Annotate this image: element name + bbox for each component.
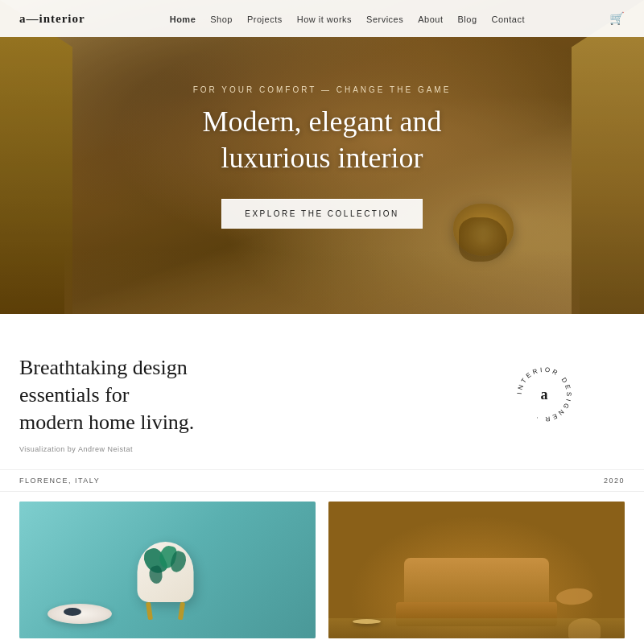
navigation: a—interior Home Shop Projects How it wor… (0, 0, 644, 37)
nav-item-about[interactable]: About (418, 11, 443, 26)
chair-illustration (19, 502, 316, 638)
meta-row: FLORENCE, ITALY 2020 (0, 470, 644, 492)
brand-logo[interactable]: a—interior (19, 12, 85, 26)
meta-location: FLORENCE, ITALY (19, 477, 100, 485)
hero-subtitle: FOR YOUR COMFORT — CHANGE THE GAME (169, 85, 475, 94)
nav-links: Home Shop Projects How it works Services… (170, 11, 525, 26)
nav-item-shop[interactable]: Shop (210, 11, 233, 26)
meta-year: 2020 (604, 477, 625, 485)
nav-item-contact[interactable]: Contact (492, 11, 525, 26)
nav-item-blog[interactable]: Blog (458, 11, 477, 26)
gallery-item-chair[interactable] (19, 502, 316, 638)
about-caption: Visualization by Andrew Neistat (19, 445, 196, 453)
nav-item-howitworks[interactable]: How it works (297, 11, 352, 26)
chair-seat (138, 542, 194, 602)
about-section: Breathtaking design essentials for moder… (0, 314, 644, 470)
gallery-section (0, 502, 644, 638)
nav-item-projects[interactable]: Projects (247, 11, 283, 26)
gallery-item-sofa[interactable] (328, 502, 625, 638)
nav-item-services[interactable]: Services (366, 11, 403, 26)
about-heading: Breathtaking design essentials for moder… (19, 354, 196, 436)
hero-title: Modern, elegant and luxurious interior (169, 104, 475, 176)
brand-badge: INTERIOR DESIGNER · a (512, 362, 576, 427)
badge-letter: a (541, 386, 548, 403)
explore-collection-button[interactable]: EXPLORE THE COLLECTION (221, 199, 423, 229)
cart-icon[interactable]: 🛒 (609, 11, 625, 26)
chair-body-wrapper (138, 542, 198, 610)
nav-item-home[interactable]: Home (170, 11, 196, 26)
about-text-block: Breathtaking design essentials for moder… (19, 354, 196, 453)
hero-content: FOR YOUR COMFORT — CHANGE THE GAME Moder… (169, 85, 475, 229)
hero-section: FOR YOUR COMFORT — CHANGE THE GAME Moder… (0, 0, 644, 314)
